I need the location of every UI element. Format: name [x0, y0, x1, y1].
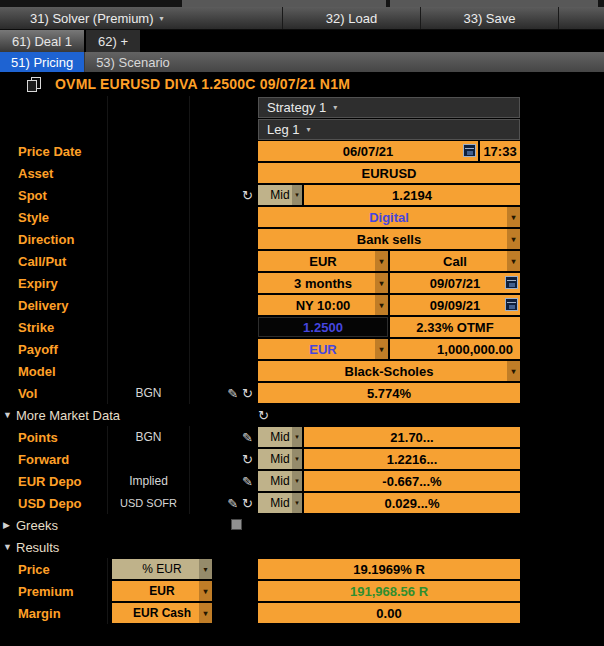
delivery-date-field[interactable]: 09/09/21	[390, 295, 520, 315]
refresh-icon[interactable]: ↻	[242, 453, 253, 466]
premium-label: Premium	[0, 580, 108, 602]
price-date-label: Price Date	[0, 140, 108, 162]
vol-field[interactable]: 5.774%	[258, 383, 520, 403]
caret-down-icon: ▾	[199, 581, 212, 601]
forward-field[interactable]: 1.2216...	[304, 449, 520, 469]
asset-field[interactable]: EURUSD	[258, 163, 520, 183]
leg-row: Leg 1 ▾	[0, 118, 604, 140]
strike-value: 1.2500	[303, 320, 343, 335]
points-label: Points	[0, 426, 108, 448]
eur-depo-side-value: Mid	[270, 474, 289, 488]
price-unit-select[interactable]: % EUR ▾	[112, 559, 212, 579]
section-expanded-icon[interactable]: ▼	[0, 542, 15, 552]
section-collapsed-icon[interactable]: ▶	[0, 520, 15, 530]
greeks-section[interactable]: ▶ Greeks	[0, 514, 604, 536]
tab-add-deal[interactable]: 62) +	[86, 30, 140, 52]
leg-select[interactable]: Leg 1 ▾	[258, 119, 520, 140]
direction-row: Direction Bank sells ▾	[0, 228, 604, 250]
premium-unit-select[interactable]: EUR ▾	[112, 581, 212, 601]
strategy-select[interactable]: Strategy 1 ▾	[258, 97, 520, 118]
eur-depo-field[interactable]: -0.667...%	[304, 471, 520, 491]
results-section[interactable]: ▼ Results	[0, 536, 604, 558]
expiry-tenor-value: 3 months	[294, 276, 352, 291]
strike-moneyness-field[interactable]: 2.33% OTMF	[390, 317, 520, 337]
margin-result-field[interactable]: 0.00	[258, 603, 520, 623]
usd-depo-side-select[interactable]: Mid ▾	[258, 493, 302, 513]
usd-depo-field[interactable]: 0.029...%	[304, 493, 520, 513]
spot-side-value: Mid	[270, 188, 289, 202]
load-button[interactable]: 32) Load	[282, 7, 420, 29]
model-select[interactable]: Black-Scholes ▾	[258, 361, 520, 381]
strike-field[interactable]: 1.2500	[258, 317, 388, 337]
vol-source: BGN	[108, 382, 190, 404]
vol-label: Vol	[0, 382, 108, 404]
caret-down-icon: ▾	[375, 339, 388, 359]
eur-depo-side-select[interactable]: Mid ▾	[258, 471, 302, 491]
delivery-label: Delivery	[0, 294, 108, 316]
calendar-icon[interactable]	[505, 276, 518, 289]
call-put-currency-select[interactable]: EUR ▾	[258, 251, 388, 271]
tab-pricing[interactable]: 51) Pricing	[0, 52, 84, 72]
points-side-select[interactable]: Mid ▾	[258, 427, 302, 447]
price-label: Price	[0, 558, 108, 580]
price-result-value: 19.1969% R	[353, 562, 425, 577]
spot-field[interactable]: 1.2194	[304, 185, 520, 205]
greeks-label: Greeks	[15, 518, 58, 533]
calendar-icon[interactable]	[505, 298, 518, 311]
refresh-icon[interactable]: ↻	[242, 497, 253, 510]
payoff-currency-select[interactable]: EUR ▾	[258, 339, 388, 359]
save-button[interactable]: 33) Save	[420, 7, 558, 29]
delivery-cut-select[interactable]: NY 10:00 ▾	[258, 295, 388, 315]
margin-row: Margin EUR Cash ▾ 0.00	[0, 602, 604, 624]
expiry-date-field[interactable]: 09/07/21	[390, 273, 520, 293]
tab-deal-1[interactable]: 61) Deal 1	[0, 30, 86, 52]
refresh-icon[interactable]: ↻	[242, 189, 253, 202]
toolbar: 31) Solver (Premium) ▾ 32) Load 33) Save	[0, 7, 604, 30]
price-result-field[interactable]: 19.1969% R	[258, 559, 520, 579]
copy-icon[interactable]	[27, 77, 40, 91]
caret-down-icon: ▾	[292, 493, 302, 513]
pencil-icon[interactable]: ✎	[227, 387, 238, 400]
expiry-tenor-select[interactable]: 3 months ▾	[258, 273, 388, 293]
leg-label: Leg 1	[267, 122, 300, 137]
points-field[interactable]: 21.70...	[304, 427, 520, 447]
usd-depo-label: USD Depo	[0, 492, 108, 514]
greeks-checkbox[interactable]	[231, 519, 242, 530]
direction-select[interactable]: Bank sells ▾	[258, 229, 520, 249]
delivery-cut-value: NY 10:00	[296, 298, 351, 313]
solver-premium-button[interactable]: 31) Solver (Premium) ▾	[0, 7, 282, 29]
calendar-icon[interactable]	[463, 144, 476, 157]
refresh-icon[interactable]: ↻	[242, 387, 253, 400]
price-time-field[interactable]: 17:33	[480, 141, 520, 161]
forward-side-select[interactable]: Mid ▾	[258, 449, 302, 469]
margin-unit-select[interactable]: EUR Cash ▾	[112, 603, 212, 623]
caret-down-icon: ▾	[292, 449, 302, 469]
call-put-type-select[interactable]: Call ▾	[390, 251, 520, 271]
tab-scenario[interactable]: 53) Scenario	[84, 52, 181, 72]
price-date-row: Price Date 06/07/21 17:33	[0, 140, 604, 162]
title-row: OVML EURUSD DIVA 1.2500C 09/07/21 N1M	[0, 72, 604, 96]
pencil-icon[interactable]: ✎	[227, 497, 238, 510]
premium-result-field[interactable]: 191,968.56 R	[258, 581, 520, 601]
pencil-icon[interactable]: ✎	[242, 431, 253, 444]
usd-depo-value: 0.029...%	[385, 496, 440, 511]
payoff-label: Payoff	[0, 338, 108, 360]
points-side-value: Mid	[270, 430, 289, 444]
pencil-icon[interactable]: ✎	[242, 475, 253, 488]
forward-label: Forward	[0, 448, 108, 470]
refresh-icon[interactable]: ↻	[258, 409, 269, 422]
payoff-amount-field[interactable]: 1,000,000.00	[390, 339, 520, 359]
spot-side-select[interactable]: Mid ▾	[258, 185, 302, 205]
vol-row: Vol BGN ✎ ↻ 5.774%	[0, 382, 604, 404]
section-expanded-icon[interactable]: ▼	[0, 410, 15, 420]
caret-down-icon: ▾	[307, 125, 311, 134]
caret-down-icon: ▾	[199, 559, 212, 579]
price-date-field[interactable]: 06/07/21	[258, 141, 478, 161]
direction-label: Direction	[0, 228, 108, 250]
expiry-row: Expiry 3 months ▾ 09/07/21	[0, 272, 604, 294]
more-market-data-section[interactable]: ▼ More Market Data ↻	[0, 404, 604, 426]
usd-depo-row: USD Depo USD SOFR ✎ ↻ Mid ▾ 0.029...%	[0, 492, 604, 514]
style-select[interactable]: Digital ▾	[258, 207, 520, 227]
solver-premium-label: 31) Solver (Premium)	[30, 11, 154, 26]
bottom-filler	[0, 624, 604, 646]
